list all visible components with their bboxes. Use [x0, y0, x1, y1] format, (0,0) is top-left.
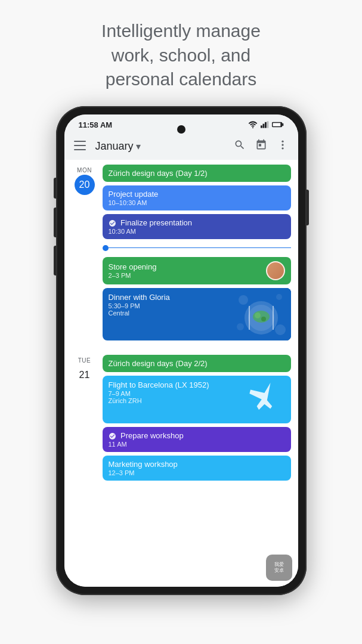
svg-rect-9 [74, 145, 86, 146]
event-flight[interactable]: Flight to Barcelona (LX 1952) 7–9 AM Zür… [103, 376, 291, 423]
watermark-text: 我爱安卓 [274, 562, 284, 573]
store-text: Store opening 2–3 PM [109, 262, 157, 279]
event-subtitle: 7–9 AM [109, 390, 231, 397]
svg-point-12 [281, 144, 283, 145]
month-label: January [95, 140, 134, 153]
event-subtitle: 2–3 PM [109, 272, 157, 279]
svg-rect-2 [262, 124, 264, 128]
time-dot [103, 245, 109, 251]
avatar-img [267, 262, 284, 279]
svg-point-22 [237, 323, 244, 330]
check-circle-icon-2 [109, 432, 116, 440]
avatar [266, 261, 285, 280]
event-subtitle: 12–3 PM [109, 469, 285, 476]
svg-rect-3 [265, 122, 267, 128]
calendar-content[interactable]: Mon 20 Zürich design days (Day 1/2) Proj… [64, 160, 298, 587]
event-store-opening[interactable]: Store opening 2–3 PM [103, 257, 291, 284]
event-title: Prepare workshop [109, 431, 285, 440]
phone-wrapper: 11:58 AM [56, 106, 307, 595]
dropdown-arrow-icon: ▾ [136, 141, 141, 152]
event-marketing-workshop[interactable]: Marketing workshop 12–3 PM [103, 456, 291, 481]
wifi-icon [248, 121, 258, 128]
phone-button-left1 [54, 178, 56, 199]
status-icons [248, 121, 284, 128]
day-row-tuesday: Tue 21 Zürich design days (Day 2/2) Flig… [64, 350, 298, 485]
monday-events: Zürich design days (Day 1/2) Project upd… [98, 165, 291, 345]
status-time: 11:58 AM [79, 120, 113, 129]
svg-point-18 [255, 312, 261, 318]
day-number-21[interactable]: 21 [75, 365, 95, 385]
event-title: Zürich design days (Day 1/2) [109, 169, 285, 178]
svg-point-23 [275, 324, 286, 335]
airplane-icon [243, 379, 285, 420]
event-title: Store opening [109, 262, 157, 271]
watermark: 我爱安卓 [266, 555, 292, 581]
day-name-mon: Mon [77, 167, 92, 174]
app-bar-title[interactable]: January ▾ [95, 140, 224, 153]
event-zurich-2[interactable]: Zürich design days (Day 2/2) [103, 355, 291, 372]
day-label-tuesday: Tue 21 [72, 355, 98, 385]
svg-rect-1 [261, 125, 262, 128]
event-subtitle: 5:30–9 PM [109, 302, 225, 309]
flight-text: Flight to Barcelona (LX 1952) 7–9 AM Zür… [103, 376, 237, 409]
phone-screen: 11:58 AM [64, 114, 298, 587]
headline-line3: personal calendars [106, 69, 257, 89]
phone-button-right [307, 190, 309, 225]
headline: Intelligently manage work, school, and p… [66, 0, 296, 106]
calendar-today-icon[interactable] [255, 139, 267, 154]
day-name-tue: Tue [78, 357, 91, 364]
event-title: Marketing workshop [109, 460, 285, 469]
day-row-monday: Mon 20 Zürich design days (Day 1/2) Proj… [64, 160, 298, 345]
svg-point-20 [239, 295, 248, 305]
event-project-update[interactable]: Project update 10–10:30 AM [103, 185, 291, 210]
flight-image [237, 376, 291, 423]
search-icon[interactable] [234, 139, 246, 154]
day-number-20[interactable]: 20 [75, 175, 95, 195]
battery-icon [272, 121, 284, 128]
dinner-text: Dinner with Gloria 5:30–9 PM Central [103, 288, 231, 321]
event-finalize[interactable]: Finalize presentation 10:30 AM [103, 214, 291, 239]
event-title: Project update [109, 190, 285, 199]
svg-point-21 [276, 294, 282, 300]
svg-point-19 [261, 317, 266, 321]
phone-button-left3 [54, 246, 56, 275]
svg-rect-7 [273, 123, 280, 126]
menu-icon[interactable] [74, 140, 86, 153]
event-subtitle: 10–10:30 AM [109, 199, 285, 206]
svg-point-11 [281, 140, 283, 142]
tuesday-events: Zürich design days (Day 2/2) Flight to B… [98, 355, 291, 485]
event-subtitle: 11 AM [109, 441, 285, 448]
event-location: Central [109, 309, 225, 317]
event-title: Flight to Barcelona (LX 1952) [109, 380, 231, 389]
camera-notch [177, 125, 185, 134]
time-indicator [103, 243, 291, 253]
signal-icon [261, 121, 269, 128]
event-zurich-1[interactable]: Zürich design days (Day 1/2) [103, 165, 291, 182]
dinner-image [231, 288, 291, 340]
svg-point-0 [252, 127, 253, 128]
headline-line2: work, school, and [112, 45, 250, 65]
event-prepare-workshop[interactable]: Prepare workshop 11 AM [103, 427, 291, 452]
day-label-monday: Mon 20 [72, 165, 98, 195]
more-options-icon[interactable] [277, 139, 289, 154]
time-line [109, 247, 291, 249]
check-circle-icon [109, 219, 116, 227]
event-location: Zürich ZRH [109, 397, 231, 404]
phone-button-left2 [54, 208, 56, 237]
event-title: Dinner with Gloria [109, 293, 225, 302]
svg-point-13 [281, 147, 283, 149]
event-title: Zürich design days (Day 2/2) [109, 359, 285, 368]
headline-line1: Intelligently manage [101, 21, 261, 41]
event-title: Finalize presentation [109, 218, 285, 227]
event-subtitle: 10:30 AM [109, 228, 285, 235]
svg-rect-6 [282, 123, 283, 126]
app-bar-actions [234, 139, 289, 154]
svg-rect-8 [74, 141, 86, 142]
svg-rect-10 [74, 149, 86, 150]
app-bar: January ▾ [64, 133, 298, 160]
svg-rect-4 [267, 121, 268, 128]
event-dinner[interactable]: Dinner with Gloria 5:30–9 PM Central [103, 288, 291, 340]
